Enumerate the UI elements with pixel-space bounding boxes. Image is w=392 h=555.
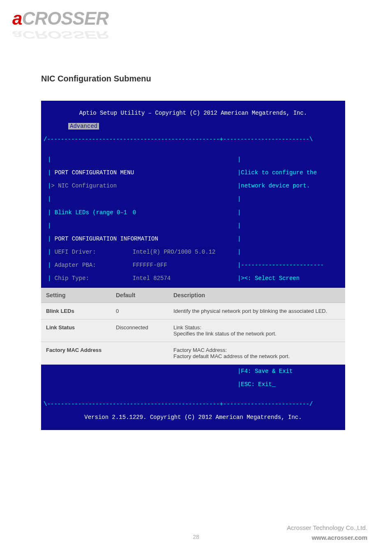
footer: Acrosser Technology Co.,Ltd. www.acrosse… [287, 523, 367, 543]
cell-desc: Factory MAC Address: Factory default MAC… [168, 342, 345, 365]
bios-tab-advanced: Advanced [68, 123, 99, 130]
cell-setting: Blink LEDs [41, 303, 111, 319]
bios-divider-mid: |------------------------ [238, 262, 343, 268]
uefi-driver-label: UEFI Driver: [55, 249, 133, 255]
footer-url: www.acrosser.com [287, 533, 367, 543]
table-row: Factory MAC Address Factory MAC Address:… [41, 342, 345, 365]
logo-rest: CROSSER [22, 8, 108, 28]
nic-config-item: NIC Configuration [58, 183, 117, 189]
chip-type-value: Intel 82574 [133, 275, 171, 282]
help-line-2: network device port. [241, 183, 310, 189]
blink-leds-label: Blink LEDs (range 0–1 [55, 209, 133, 216]
cell-setting: Factory MAC Address [41, 342, 111, 365]
cell-setting: Link Status [41, 319, 111, 342]
bios-divider-top: /---------------------------------------… [44, 136, 343, 143]
adapter-pba-value: FFFFFF-0FF [133, 262, 167, 268]
logo-letter-a: a [12, 8, 22, 28]
cell-desc: Identify the physical network port by bl… [168, 303, 345, 319]
info-title: PORT CONFIGURATION INFORMATION [55, 236, 158, 242]
logo-reflection: aCROSSER [12, 29, 108, 41]
cell-default: 0 [111, 303, 168, 319]
chip-type-label: Chip Type: [55, 275, 133, 282]
cell-desc: Link Status: Specifies the link status o… [168, 319, 345, 342]
nav-f4: F4: Save & Exit [241, 368, 293, 375]
adapter-pba-label: Adapter PBA: [55, 262, 133, 268]
bios-footer: Version 2.15.1229. Copyright (C) 2012 Am… [44, 414, 343, 421]
page-number: 28 [193, 534, 199, 540]
th-description: Description [168, 288, 345, 303]
menu-title: PORT CONFIGURATION MENU [55, 169, 134, 176]
cell-default: Disconnected [111, 319, 168, 342]
bios-pipe: | [48, 156, 235, 163]
blink-leds-value: 0 [133, 209, 136, 216]
help-line-1: Click to configure the [241, 169, 317, 176]
footer-company: Acrosser Technology Co.,Ltd. [287, 523, 367, 533]
th-setting: Setting [41, 288, 111, 303]
bios-header: Aptio Setup Utility – Copyright (C) 2012… [44, 110, 343, 116]
bios-divider-bottom: \---------------------------------------… [44, 401, 343, 407]
bios-screenshot: Aptio Setup Utility – Copyright (C) 2012… [41, 101, 345, 430]
page-title: NIC Configuration Submenu [41, 74, 151, 83]
logo: aCROSSER aCROSSER [12, 8, 108, 29]
uefi-driver-value: Intel(R) PRO/1000 5.0.12 [133, 249, 216, 255]
cell-default [111, 342, 168, 365]
nav-select-screen: ><: Select Screen [241, 275, 300, 282]
th-default: Default [111, 288, 168, 303]
table-row: Blink LEDs 0 Identify the physical netwo… [41, 303, 345, 319]
settings-table: Setting Default Description Blink LEDs 0… [41, 288, 345, 365]
table-row: Link Status Disconnected Link Status: Sp… [41, 319, 345, 342]
nav-esc: ESC: Exit_ [241, 381, 275, 388]
